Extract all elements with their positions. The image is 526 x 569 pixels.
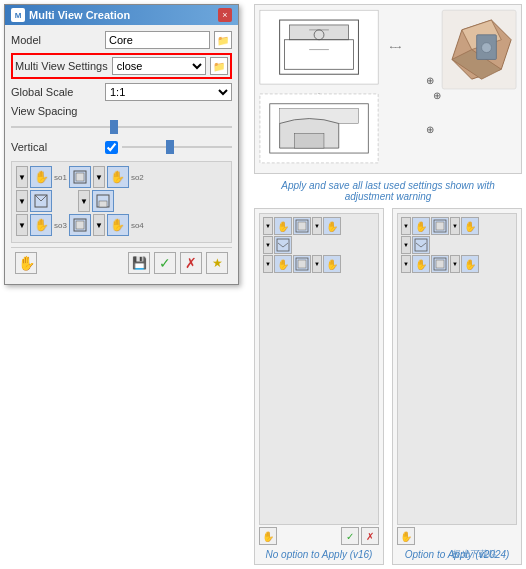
small-cell-r-hand-2[interactable]: ✋ [461,217,479,235]
view-spacing-slider-thumb[interactable] [110,120,118,134]
small-hand-icon-r1: ✋ [415,221,427,232]
small-cell-l-view-1[interactable] [293,217,311,235]
small-cell-l-hand-1[interactable]: ✋ [274,217,292,235]
small-add-btn-right[interactable]: ✋ [397,527,415,545]
add-view-button[interactable]: ✋ [15,252,37,274]
small-cell-empty-r [431,236,449,254]
left-panel-title: No option to Apply (v16) [259,549,379,560]
view-dropdown-3[interactable]: ▼ [16,190,28,212]
dialog-title: Multi View Creation [29,9,130,21]
view-label-so3: so3 [54,221,67,230]
multi-view-settings-row: Multi View Settings close 📁 [11,53,232,79]
multi-view-browse-button[interactable]: 📁 [210,57,228,75]
small-cell-l-hand-2[interactable]: ✋ [323,217,341,235]
multi-view-select[interactable]: close [112,57,206,75]
add-icon: ✋ [18,255,35,271]
apply-caption: Apply and save all last used settings sh… [254,180,522,202]
small-dropdown-r2[interactable]: ▼ [450,217,460,235]
view-icon-2-2 [95,193,111,209]
small-cell-r-hand-3[interactable]: ✋ [412,255,430,273]
small-cancel-btn-left[interactable]: ✗ [361,527,379,545]
small-dropdown-l2[interactable]: ▼ [312,217,322,235]
view-dropdown-6[interactable]: ▼ [93,214,105,236]
dialog-icon: M [11,8,25,22]
view-cell-hand-4[interactable]: ✋ [107,214,129,236]
small-hand-icon-r3: ✋ [415,259,427,270]
small-cell-r-2-1[interactable] [412,236,430,254]
view-cell-2-2[interactable] [92,190,114,212]
dialog-titlebar: M Multi View Creation × [5,5,238,25]
view-dropdown-2[interactable]: ▼ [93,166,105,188]
small-cell-r-hand-4[interactable]: ✋ [461,255,479,273]
small-dropdown-l5[interactable]: ▼ [312,255,322,273]
small-add-btn-left[interactable]: ✋ [259,527,277,545]
view-dropdown-4[interactable]: ▼ [78,190,90,212]
vertical-slider-track [122,146,232,148]
small-dropdown-r1[interactable]: ▼ [401,217,411,235]
svg-rect-34 [436,222,444,230]
small-view-grid-left: ▼ ✋ ▼ ✋ [259,213,379,525]
small-view-row-r2: ▼ [401,236,513,254]
view-cell-2-1[interactable] [30,190,52,212]
cancel-button[interactable]: ✗ [180,252,202,274]
small-dropdown-l1[interactable]: ▼ [263,217,273,235]
small-view-svg-r1 [433,219,447,233]
small-dropdown-r5[interactable]: ▼ [450,255,460,273]
model-input[interactable] [105,31,210,49]
global-scale-row: Global Scale 1:1 [11,83,232,101]
view-cell-top-3[interactable] [69,214,91,236]
view-cell-hand-3[interactable]: ✋ [30,214,52,236]
svg-rect-35 [415,239,427,251]
small-view-row-l2: ▼ [263,236,375,254]
comparison-panels: ▼ ✋ ▼ ✋ [254,208,522,565]
view-cell-top-1[interactable] [69,166,91,188]
view-spacing-label: View Spacing [11,105,232,117]
save-button[interactable]: 💾 [128,252,150,274]
small-hand-icon-l2: ✋ [326,221,338,232]
small-hand-icon-r4: ✋ [464,259,476,270]
global-scale-label: Global Scale [11,86,101,98]
svg-rect-9 [289,25,348,40]
vertical-slider-thumb[interactable] [166,140,174,154]
small-toolbar-spacer-l [279,527,339,545]
vertical-checkbox[interactable] [105,141,118,154]
close-button[interactable]: × [218,8,232,22]
apply-button[interactable]: ✓ [154,252,176,274]
left-panel: M Multi View Creation × Model 📁 Multi V [0,0,250,569]
small-dropdown-l3[interactable]: ▼ [263,236,273,254]
view-dropdown-1[interactable]: ▼ [16,166,28,188]
small-cell-r-view-3[interactable] [431,255,449,273]
main-preview-svg: ↑ ↓ ← → ⊕ ⊕ ⊕ [255,5,521,173]
view-label-so4: so4 [131,221,144,230]
small-cell-l-view-3[interactable] [293,255,311,273]
vertical-label: Vertical [11,141,101,153]
svg-rect-4 [99,201,107,207]
small-cell-l-hand-4[interactable]: ✋ [323,255,341,273]
small-dropdown-l4[interactable]: ▼ [263,255,273,273]
small-hand-icon-r2: ✋ [464,221,476,232]
star-icon: ★ [212,256,223,270]
view-grid: ▼ ✋ so1 ▼ ✋ [11,161,232,243]
small-cell-r-hand-1[interactable]: ✋ [412,217,430,235]
small-cell-l-hand-3[interactable]: ✋ [274,255,292,273]
small-dropdown-r3[interactable]: ▼ [401,236,411,254]
svg-text:→: → [393,41,403,52]
view-cell-hand-2[interactable]: ✋ [107,166,129,188]
model-browse-button[interactable]: 📁 [214,31,232,49]
view-cell-hand-1[interactable]: ✋ [30,166,52,188]
small-cell-r-view-1[interactable] [431,217,449,235]
small-dropdown-r4[interactable]: ▼ [401,255,411,273]
small-check-btn-left[interactable]: ✓ [341,527,359,545]
folder-icon: 📁 [217,35,229,46]
main-preview-area: ↑ ↓ ← → ⊕ ⊕ ⊕ [254,4,522,174]
small-cell-l-2-1[interactable] [274,236,292,254]
view-dropdown-5[interactable]: ▼ [16,214,28,236]
hand-icon-2: ✋ [110,170,125,184]
global-scale-select[interactable]: 1:1 [105,83,232,101]
small-view-svg-l3 [295,257,309,271]
view-grid-row-2: ▼ ▼ [16,190,227,212]
small-hand-icon-toolbar-r: ✋ [400,531,412,542]
svg-text:⊕: ⊕ [426,75,434,86]
star-button[interactable]: ★ [206,252,228,274]
small-view-row-r3: ▼ ✋ ▼ ✋ [401,255,513,273]
